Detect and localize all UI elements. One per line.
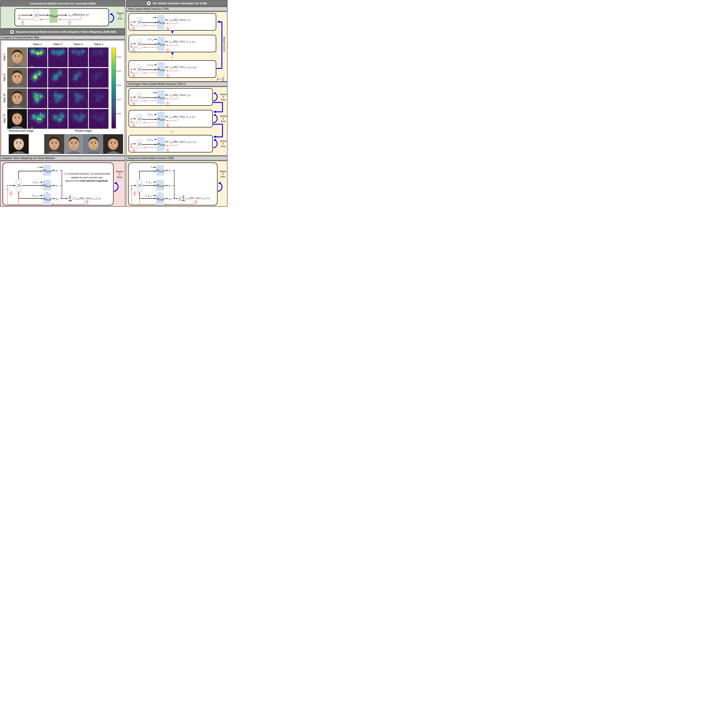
tmic-panel: w G t MVLM ℒinv(M(t, G(w)), y1) ∂ℒ∂w ∂ℒ∂…	[126, 87, 228, 156]
repeat-loop-arrow	[109, 12, 116, 24]
output-y2-label: y2	[55, 184, 58, 188]
reconstructed-image-label: Reconstructed image	[9, 129, 34, 132]
repeat-k-times-vertical: Repeat K times	[223, 37, 226, 64]
repeat-n-times: RepeatNtimes	[116, 12, 125, 20]
attention-heatmap-step70-token2	[48, 109, 68, 129]
latent-w-label: w	[130, 117, 133, 121]
attention-heatmap-step1-token4	[89, 47, 109, 67]
repeat-loop-arrow	[213, 138, 219, 149]
dnn-model-label: MDNN	[49, 14, 58, 18]
grad-wrt-x: ∂ℒ∂x	[166, 26, 169, 31]
latent-w-label: w	[130, 184, 133, 187]
generator-label: G	[17, 184, 20, 187]
panel-b-badge: B	[9, 29, 14, 34]
grad-wrt-x: ∂ℒ∂x	[86, 200, 89, 204]
token-input-label: t	[143, 166, 152, 168]
inversion-loss-formula: ℒinv(M(t, G(w)), y1)	[168, 93, 190, 98]
vlm-pipeline-row: w G t, y<m MVLM ℒinv(M(t, G(w), y<m), ym…	[129, 135, 212, 152]
panel-conventional-body: w G MDNN ℒinv(M(G(w)), y) ∂ℒ∂w ∂ℒ∂x Repe…	[1, 7, 125, 28]
face-photo-private-3	[84, 134, 103, 154]
vlm-model-label: MVLM	[156, 96, 166, 99]
colorbar-tick-label: 0.15	[117, 84, 121, 86]
vlm-model-label: MVLM	[41, 184, 52, 188]
colorbar-tick-label: 0.25	[117, 56, 121, 58]
token-input-label: t, y<2	[142, 113, 153, 116]
attention-heatmap-step10-token4	[89, 89, 109, 108]
token-2-header: Token 2	[48, 43, 67, 46]
attention-heatmap-step1-token1	[28, 47, 47, 67]
latent-w-label: w	[130, 142, 133, 145]
token-input-label: t, y<2	[141, 181, 152, 184]
face-photo-reconstructed	[9, 134, 29, 154]
attention-map-panel: Token 1 Token 2 Token 3 Token 4 Step 1 S…	[0, 40, 125, 156]
token-input-label: t, y<2	[142, 38, 153, 41]
generator-label: G	[138, 142, 141, 146]
latent-w-label: w	[6, 184, 9, 187]
repeat-loop-arrow	[217, 181, 224, 193]
step-8-label: Step 8	[3, 69, 6, 86]
tmi-panel: w G t MVLM ℒinv(M(t, G(w)), y1) ∂ℒ∂w ∂ℒ∂…	[126, 12, 228, 81]
inversion-loss-formula: ℒinv(M(t, G(w), y<m), ym)	[168, 65, 196, 70]
vlm-pipeline-row: w G t, y<2 MVLM ℒinv(M(t, G(w), y<2), y2…	[129, 110, 212, 127]
vlm-model-label: MVLM	[156, 42, 166, 46]
attention-heatmap-step70-token1	[28, 109, 47, 129]
token-input-label: t, y<m	[142, 138, 153, 141]
panel-a-badge: A	[146, 1, 151, 6]
repeat-loop-arrow	[113, 181, 120, 193]
token-input-label: t, y<m	[142, 63, 153, 66]
generator-box: G	[137, 39, 142, 49]
inversion-loss-formula: ℒinv(M(t, G(w)), y1)	[168, 18, 190, 23]
attention-heatmap-step8-token4	[89, 68, 109, 88]
colorbar-tick-label: 0.05	[117, 113, 121, 115]
vlm-model-label: MVLM	[154, 197, 166, 201]
inversion-loss-formula: ℒinv(M(t, G(w), y<m), ym)	[168, 140, 196, 144]
ellipsis: ...	[158, 190, 162, 194]
colorbar-tick	[116, 57, 117, 57]
vlm-model-label: MVLM	[156, 20, 166, 24]
inversion-loss-formula: ℒinv(M(t, G(w), y<2), y2)	[168, 115, 195, 119]
latent-w-label: w	[130, 42, 133, 45]
colorbar-tick	[116, 71, 117, 72]
grad-wrt-x: ∂ℒ∂x	[194, 200, 197, 204]
repeat-loop-arrow	[213, 92, 219, 102]
tmic-row-1: w G t MVLM ℒinv(M(t, G(w)), y1) ∂ℒ∂w ∂ℒ∂…	[128, 88, 213, 106]
output-y2-label: y2	[168, 184, 171, 188]
panel-a-banner: A Our Model Inversion strategies for VLM…	[126, 0, 228, 6]
token-input-label: t	[142, 91, 153, 94]
grad-wrt-w: ∂ℒ∂w	[132, 26, 135, 31]
colorbar-tick	[116, 85, 117, 86]
ellipsis: ...	[169, 130, 174, 133]
atw-pipeline-box: w G t t, y<2 t, y<m MVLM MVLM MVLM ... y…	[3, 162, 113, 205]
repeat-loop-arrow	[213, 113, 219, 124]
panel-b-title: Sequence-based Model Inversion with Adap…	[16, 30, 116, 34]
grad-wrt-w: ∂ℒ∂w	[132, 148, 135, 153]
panel-conventional-banner: Conventional Model Inversion for unimoda…	[1, 1, 125, 7]
generator-box: G	[137, 92, 142, 102]
figure-model-inversion-strategies: Conventional Model Inversion for unimoda…	[0, 0, 228, 207]
vlm-pipeline-row: w G t, y<m MVLM ℒinv(M(t, G(w), y<m), ym…	[129, 61, 216, 77]
panel-conventional-title: Conventional Model Inversion for unimoda…	[29, 2, 96, 5]
colorbar-tick-label: 0.10	[117, 99, 121, 101]
attention-heatmap-step10-token2	[48, 89, 68, 108]
grad-wrt-w: ∂ℒ∂w	[9, 191, 13, 196]
step-70-label: Step 70	[3, 110, 6, 127]
tmi-row-3: w G t, y<m MVLM ℒinv(M(t, G(w), y<m), ym…	[128, 60, 216, 78]
vlm-pipeline-row: w G t MVLM ℒinv(M(t, G(w)), y1) ∂ℒ∂w ∂ℒ∂…	[129, 14, 216, 30]
grad-wrt-x: ∂ℒ∂x	[166, 48, 169, 53]
smi-header: Sequence-based Model Inversion (SMI)	[126, 156, 228, 161]
repeat-n-times: RepeatNtimes	[219, 170, 227, 178]
generator-box: G	[137, 139, 142, 149]
face-photo-private-1	[44, 134, 64, 154]
smi-panel: w G t t, y<2 t, y<m MVLM MVLM MVLM ... y…	[126, 161, 228, 206]
atw-panel: w G t t, y<2 t, y<m MVLM MVLM MVLM ... y…	[0, 161, 125, 206]
grad-wrt-x: ∂ℒ∂x	[166, 148, 169, 153]
beta-note-text: βi is computed using Eqn. (4) and dynami…	[61, 172, 113, 183]
latent-w-label: w	[130, 20, 133, 24]
grad-wrt-x: ∂ℒ∂x	[166, 73, 169, 78]
grad-wrt-w: ∂ℒ∂w	[132, 73, 135, 78]
output-y1-label: y1	[55, 169, 58, 172]
generator-label: G	[138, 117, 141, 121]
vlm-model-label: MVLM	[41, 197, 52, 201]
panel-a-title: Our Model Inversion strategies for VLMs	[153, 2, 207, 5]
attention-heatmap-step8-token1	[28, 68, 47, 88]
